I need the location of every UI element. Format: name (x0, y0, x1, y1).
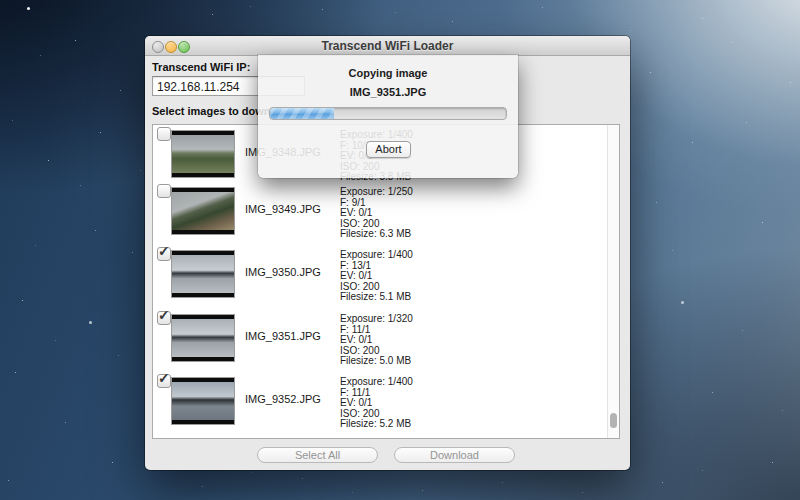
abort-button[interactable]: Abort (366, 141, 411, 158)
progress-bar (269, 107, 507, 120)
window-title: Transcend WiFi Loader (145, 39, 630, 53)
app-window: Transcend WiFi Loader Transcend WiFi IP:… (145, 36, 630, 470)
image-checkbox[interactable]: ✓ (157, 374, 171, 388)
image-filename: IMG_9352.JPG (245, 393, 321, 405)
download-button[interactable]: Download (394, 447, 515, 463)
progress-bar-fill (270, 108, 334, 119)
exif-block: Exposure: 1/400F: 11/1EV: 0/1ISO: 200Fil… (340, 377, 413, 430)
star-field-dim (0, 0, 1, 1)
title-bar[interactable]: Transcend WiFi Loader (145, 36, 630, 56)
copy-progress-dialog: Copying image IMG_9351.JPG Abort (258, 55, 518, 178)
ip-label: Transcend WiFi IP: (152, 61, 250, 73)
checkmark-icon: ✓ (158, 370, 170, 386)
select-all-button[interactable]: Select All (257, 447, 378, 463)
exif-block: Exposure: 1/320F: 11/1EV: 0/1ISO: 200Fil… (340, 314, 413, 367)
image-checkbox[interactable]: ✓ (157, 127, 171, 141)
image-filename: IMG_9349.JPG (245, 203, 321, 215)
image-thumbnail (172, 251, 234, 297)
image-thumbnail (172, 131, 234, 177)
exif-block: Exposure: 1/250F: 9/1EV: 0/1ISO: 200File… (340, 187, 413, 240)
dialog-title: Copying image (258, 67, 518, 79)
image-row[interactable]: ✓ IMG_9352.JPG Exposure: 1/400F: 11/1EV:… (153, 378, 619, 430)
checkmark-icon: ✓ (158, 307, 170, 323)
image-filename: IMG_9351.JPG (245, 330, 321, 342)
image-thumbnail (172, 188, 234, 234)
dialog-filename: IMG_9351.JPG (258, 86, 518, 98)
image-row[interactable]: ✓ IMG_9349.JPG Exposure: 1/250F: 9/1EV: … (153, 188, 619, 240)
image-thumbnail (172, 378, 234, 424)
image-checkbox[interactable]: ✓ (157, 184, 171, 198)
scrollbar-thumb[interactable] (610, 413, 617, 428)
image-checkbox[interactable]: ✓ (157, 311, 171, 325)
image-thumbnail (172, 315, 234, 361)
image-row[interactable]: ✓ IMG_9350.JPG Exposure: 1/400F: 13/1EV:… (153, 251, 619, 303)
checkmark-icon: ✓ (158, 243, 170, 259)
image-filename: IMG_9350.JPG (245, 266, 321, 278)
image-row[interactable]: ✓ IMG_9351.JPG Exposure: 1/320F: 11/1EV:… (153, 315, 619, 367)
image-checkbox[interactable]: ✓ (157, 247, 171, 261)
exif-block: Exposure: 1/400F: 13/1EV: 0/1ISO: 200Fil… (340, 250, 413, 303)
scrollbar-track[interactable] (607, 125, 619, 438)
